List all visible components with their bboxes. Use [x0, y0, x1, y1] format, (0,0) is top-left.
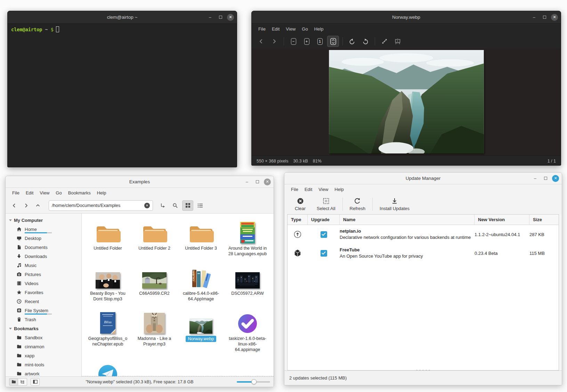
- menu-go[interactable]: Go: [52, 189, 65, 197]
- sidebar-item-xapp[interactable]: xapp: [6, 351, 81, 360]
- file-item[interactable]: taskizer-1.6.0-beta-linux-x86-64.appimag…: [224, 309, 271, 352]
- slideshow-button[interactable]: [392, 36, 404, 47]
- location-entry[interactable]: /home/clem/Documents/Examples ✕: [49, 200, 153, 211]
- select-all-button[interactable]: Select All: [311, 195, 341, 213]
- file-item[interactable]: Beasty Boys - You Dont Stop.mp3: [84, 264, 131, 302]
- close-button[interactable]: ✕: [551, 14, 558, 21]
- sidebar-item-home[interactable]: Home: [6, 225, 81, 234]
- search-button[interactable]: [170, 200, 181, 211]
- upgrade-checkbox[interactable]: [321, 231, 327, 238]
- minimize-button[interactable]: −: [531, 175, 539, 182]
- menu-view[interactable]: View: [37, 189, 52, 197]
- sidebar-item-desktop[interactable]: Desktop: [6, 234, 81, 243]
- close-button[interactable]: ✕: [227, 14, 234, 21]
- column-size[interactable]: Size: [529, 215, 559, 225]
- sidebar-item-trash[interactable]: Trash: [6, 315, 81, 324]
- sidebar-item-documents[interactable]: Documents: [6, 243, 81, 252]
- file-grid-area[interactable]: Untitled Folder Untitled Folder 2 Untitl…: [82, 214, 274, 376]
- clear-button[interactable]: Clear: [289, 195, 311, 213]
- menu-edit[interactable]: Edit: [23, 189, 37, 197]
- minimize-button[interactable]: −: [206, 14, 214, 21]
- file-item[interactable]: Telegram: [84, 359, 131, 376]
- sidebar-item-cinnamon[interactable]: cinnamon: [6, 342, 81, 351]
- file-item[interactable]: CALIBRE calibre-5.44.0-x86-64.AppImage: [178, 264, 224, 302]
- menu-help[interactable]: Help: [311, 25, 327, 33]
- file-item[interactable]: Madonna - Like a Prayer.mp3: [131, 309, 178, 352]
- rotate-left-button[interactable]: [346, 36, 358, 47]
- rotate-right-button[interactable]: [359, 36, 371, 47]
- maximize-button[interactable]: [541, 14, 548, 21]
- menu-edit[interactable]: Edit: [269, 25, 283, 33]
- sidebar-item-pictures[interactable]: Pictures: [6, 270, 81, 279]
- sidebar-item-favorites[interactable]: Favorites: [6, 288, 81, 297]
- maximize-button[interactable]: [253, 178, 261, 186]
- refresh-button[interactable]: Refresh: [344, 195, 371, 213]
- menu-edit[interactable]: Edit: [301, 186, 315, 193]
- column-upgrade[interactable]: Upgrade: [308, 215, 340, 225]
- fullscreen-button[interactable]: [379, 36, 390, 47]
- column-type[interactable]: Type: [287, 215, 308, 225]
- places-toggle-button[interactable]: [9, 378, 18, 386]
- zoom-out-button[interactable]: −: [287, 36, 299, 47]
- grid-view-button[interactable]: [182, 200, 193, 211]
- nemo-titlebar[interactable]: Examples − ✕: [6, 176, 274, 188]
- icon-zoom-slider[interactable]: [237, 378, 270, 385]
- sidebar-item-sandbox[interactable]: Sandbox: [6, 333, 81, 342]
- slider-handle[interactable]: [251, 379, 257, 384]
- update-row[interactable]: FreeTubeAn Open Source YouTube app for p…: [287, 244, 559, 262]
- menu-go[interactable]: Go: [299, 25, 311, 33]
- previous-image-button[interactable]: [255, 36, 267, 47]
- install-updates-button[interactable]: Install Updates: [374, 195, 415, 213]
- file-item[interactable]: Untitled Folder 2: [131, 218, 178, 257]
- close-button[interactable]: ✕: [264, 178, 271, 185]
- list-view-button[interactable]: [195, 200, 206, 211]
- menu-view[interactable]: View: [315, 186, 331, 193]
- minimize-button[interactable]: −: [530, 14, 538, 21]
- sidebar-item-recent[interactable]: Recent: [6, 297, 81, 306]
- sidebar-item-music[interactable]: Music: [6, 261, 81, 270]
- best-fit-button[interactable]: [327, 36, 339, 47]
- up-button[interactable]: [33, 201, 43, 210]
- menu-bookmarks[interactable]: Bookmarks: [65, 189, 94, 197]
- sidebar-item-downloads[interactable]: Downloads: [6, 252, 81, 261]
- viewer-canvas[interactable]: [252, 49, 561, 156]
- upgrade-checkbox[interactable]: [321, 250, 327, 257]
- file-item[interactable]: Bliss GeographyofBliss_oneChapter.epub: [84, 309, 131, 352]
- update-row[interactable]: netplan.ioDeclarative network configurat…: [287, 225, 559, 244]
- viewer-titlebar[interactable]: Norway.webp − ✕: [252, 11, 561, 24]
- file-item[interactable]: Untitled Folder: [84, 218, 131, 257]
- sidebar-item-artwork[interactable]: artwork: [6, 369, 81, 376]
- file-item[interactable]: Untitled Folder 3: [178, 218, 224, 257]
- menu-help[interactable]: Help: [94, 189, 110, 197]
- um-titlebar[interactable]: Update Manager − ✕: [284, 173, 562, 184]
- menu-view[interactable]: View: [283, 25, 299, 33]
- maximize-button[interactable]: [542, 175, 549, 182]
- sidebar-section-bookmarks[interactable]: Bookmarks: [6, 324, 81, 333]
- next-image-button[interactable]: [268, 36, 280, 47]
- sidebar-item-videos[interactable]: Videos: [6, 279, 81, 288]
- minimize-button[interactable]: −: [243, 178, 251, 186]
- maximize-button[interactable]: [217, 14, 224, 21]
- menu-file[interactable]: File: [255, 25, 269, 33]
- terminal-screen[interactable]: clem@airtop ~ $: [8, 24, 237, 167]
- column-new-version[interactable]: New Version: [475, 215, 529, 225]
- sidebar-section-my-computer[interactable]: My Computer: [6, 216, 81, 225]
- file-item-selected[interactable]: Norway.webp: [178, 309, 224, 352]
- file-item[interactable]: Around the World in 28 Languages.epub: [224, 218, 271, 257]
- back-button[interactable]: [9, 201, 19, 210]
- sidebar-item-mint-tools[interactable]: mint-tools: [6, 360, 81, 369]
- file-item[interactable]: C66A5959.CR2: [131, 264, 178, 302]
- treeview-toggle-button[interactable]: [18, 378, 27, 386]
- close-button[interactable]: ✕: [552, 175, 559, 182]
- file-item[interactable]: DSC05972.ARW: [224, 264, 271, 302]
- menu-file[interactable]: File: [9, 189, 23, 197]
- menu-file[interactable]: File: [288, 186, 301, 193]
- toggle-location-bar-button[interactable]: [157, 200, 168, 211]
- zoom-in-button[interactable]: +: [301, 36, 313, 47]
- hide-sidebar-button[interactable]: [31, 378, 40, 386]
- forward-button[interactable]: [21, 201, 31, 210]
- clear-entry-icon[interactable]: ✕: [144, 203, 150, 208]
- column-name[interactable]: Name: [340, 215, 475, 225]
- normal-size-button[interactable]: 1: [314, 36, 326, 47]
- sidebar-item-file-system[interactable]: File System: [6, 306, 81, 315]
